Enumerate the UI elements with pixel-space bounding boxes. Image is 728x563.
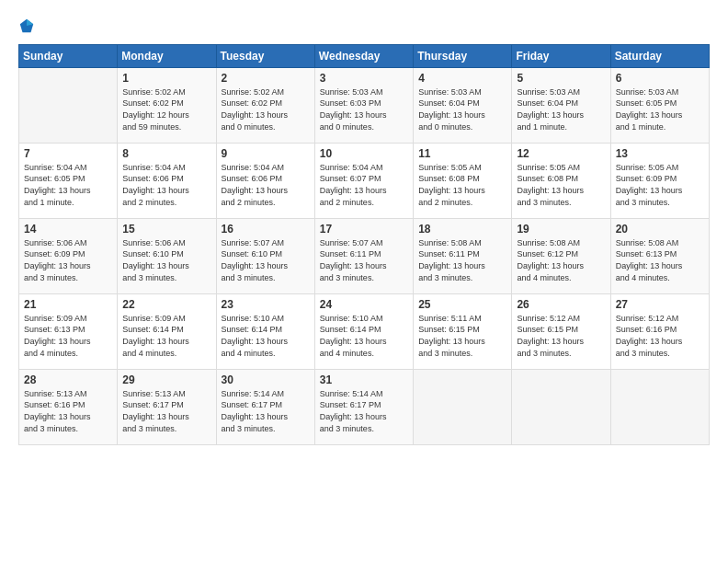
calendar-cell [610,369,709,444]
day-number: 23 [222,298,310,311]
calendar-cell: 18Sunrise: 5:08 AMSunset: 6:11 PMDayligh… [414,218,512,293]
day-info: Sunrise: 5:08 AMSunset: 6:12 PMDaylight:… [517,237,605,283]
day-number: 16 [222,223,310,236]
calendar-cell: 21Sunrise: 5:09 AMSunset: 6:13 PMDayligh… [19,293,118,369]
day-info: Sunrise: 5:06 AMSunset: 6:09 PMDaylight:… [24,237,112,283]
calendar-cell: 30Sunrise: 5:14 AMSunset: 6:17 PMDayligh… [216,369,314,444]
weekday-header: Wednesday [314,44,413,67]
day-number: 5 [517,72,605,85]
calendar-table: SundayMondayTuesdayWednesdayThursdayFrid… [18,44,710,445]
day-number: 4 [418,72,506,85]
calendar-cell: 24Sunrise: 5:10 AMSunset: 6:14 PMDayligh… [314,293,413,369]
day-info: Sunrise: 5:03 AMSunset: 6:04 PMDaylight:… [418,86,506,132]
day-info: Sunrise: 5:06 AMSunset: 6:10 PMDaylight:… [122,237,210,283]
day-number: 19 [517,223,605,236]
day-info: Sunrise: 5:08 AMSunset: 6:11 PMDaylight:… [418,237,506,283]
day-number: 3 [320,72,408,85]
day-info: Sunrise: 5:12 AMSunset: 6:16 PMDaylight:… [616,313,704,359]
calendar-week-row: 28Sunrise: 5:13 AMSunset: 6:16 PMDayligh… [19,369,710,444]
day-info: Sunrise: 5:07 AMSunset: 6:10 PMDaylight:… [222,237,310,283]
day-info: Sunrise: 5:10 AMSunset: 6:14 PMDaylight:… [222,313,310,359]
page: SundayMondayTuesdayWednesdayThursdayFrid… [0,0,728,563]
weekday-header: Monday [118,44,216,67]
day-number: 17 [320,223,408,236]
calendar-cell: 25Sunrise: 5:11 AMSunset: 6:15 PMDayligh… [414,293,512,369]
calendar-cell: 7Sunrise: 5:04 AMSunset: 6:05 PMDaylight… [19,143,118,218]
calendar-cell: 2Sunrise: 5:02 AMSunset: 6:02 PMDaylight… [216,67,314,143]
calendar-cell: 31Sunrise: 5:14 AMSunset: 6:17 PMDayligh… [314,369,413,444]
day-number: 18 [418,223,506,236]
calendar-cell: 8Sunrise: 5:04 AMSunset: 6:06 PMDaylight… [118,143,216,218]
calendar-cell: 27Sunrise: 5:12 AMSunset: 6:16 PMDayligh… [610,293,709,369]
calendar-cell: 5Sunrise: 5:03 AMSunset: 6:04 PMDaylight… [512,67,610,143]
logo [18,17,37,35]
calendar-cell: 26Sunrise: 5:12 AMSunset: 6:15 PMDayligh… [512,293,610,369]
calendar-cell: 29Sunrise: 5:13 AMSunset: 6:17 PMDayligh… [118,369,216,444]
calendar-cell [19,67,118,143]
day-number: 14 [24,223,112,236]
day-number: 8 [122,147,210,160]
calendar-cell: 23Sunrise: 5:10 AMSunset: 6:14 PMDayligh… [216,293,314,369]
weekday-header: Thursday [414,44,512,67]
day-info: Sunrise: 5:04 AMSunset: 6:05 PMDaylight:… [24,162,112,208]
header [18,17,710,35]
calendar-week-row: 7Sunrise: 5:04 AMSunset: 6:05 PMDaylight… [19,143,710,218]
day-number: 24 [320,298,408,311]
calendar-cell: 9Sunrise: 5:04 AMSunset: 6:06 PMDaylight… [216,143,314,218]
day-number: 13 [616,147,704,160]
calendar-week-row: 21Sunrise: 5:09 AMSunset: 6:13 PMDayligh… [19,293,710,369]
day-info: Sunrise: 5:05 AMSunset: 6:08 PMDaylight:… [517,162,605,208]
day-info: Sunrise: 5:10 AMSunset: 6:14 PMDaylight:… [320,313,408,359]
day-info: Sunrise: 5:03 AMSunset: 6:05 PMDaylight:… [616,86,704,132]
day-number: 31 [320,373,408,386]
day-number: 6 [616,72,704,85]
day-info: Sunrise: 5:11 AMSunset: 6:15 PMDaylight:… [418,313,506,359]
day-number: 25 [418,298,506,311]
weekday-header: Friday [512,44,610,67]
calendar-cell: 12Sunrise: 5:05 AMSunset: 6:08 PMDayligh… [512,143,610,218]
day-number: 28 [24,373,112,386]
day-number: 22 [122,298,210,311]
calendar-cell: 6Sunrise: 5:03 AMSunset: 6:05 PMDaylight… [610,67,709,143]
calendar-cell: 15Sunrise: 5:06 AMSunset: 6:10 PMDayligh… [118,218,216,293]
day-info: Sunrise: 5:04 AMSunset: 6:06 PMDaylight:… [222,162,310,208]
day-info: Sunrise: 5:03 AMSunset: 6:03 PMDaylight:… [320,86,408,132]
day-number: 11 [418,147,506,160]
logo-icon [18,17,35,34]
weekday-header: Sunday [19,44,118,67]
day-info: Sunrise: 5:14 AMSunset: 6:17 PMDaylight:… [222,388,310,434]
day-info: Sunrise: 5:05 AMSunset: 6:09 PMDaylight:… [616,162,704,208]
calendar-cell: 28Sunrise: 5:13 AMSunset: 6:16 PMDayligh… [19,369,118,444]
calendar-cell: 10Sunrise: 5:04 AMSunset: 6:07 PMDayligh… [314,143,413,218]
calendar-week-row: 14Sunrise: 5:06 AMSunset: 6:09 PMDayligh… [19,218,710,293]
calendar-cell [512,369,610,444]
day-number: 26 [517,298,605,311]
day-info: Sunrise: 5:09 AMSunset: 6:14 PMDaylight:… [122,313,210,359]
day-info: Sunrise: 5:14 AMSunset: 6:17 PMDaylight:… [320,388,408,434]
calendar-cell: 3Sunrise: 5:03 AMSunset: 6:03 PMDaylight… [314,67,413,143]
day-info: Sunrise: 5:04 AMSunset: 6:06 PMDaylight:… [122,162,210,208]
day-number: 7 [24,147,112,160]
day-number: 29 [122,373,210,386]
day-number: 27 [616,298,704,311]
day-number: 10 [320,147,408,160]
day-number: 30 [222,373,310,386]
day-number: 15 [122,223,210,236]
calendar-cell: 4Sunrise: 5:03 AMSunset: 6:04 PMDaylight… [414,67,512,143]
day-info: Sunrise: 5:09 AMSunset: 6:13 PMDaylight:… [24,313,112,359]
day-number: 21 [24,298,112,311]
day-info: Sunrise: 5:02 AMSunset: 6:02 PMDaylight:… [122,86,210,132]
calendar-cell: 14Sunrise: 5:06 AMSunset: 6:09 PMDayligh… [19,218,118,293]
calendar-week-row: 1Sunrise: 5:02 AMSunset: 6:02 PMDaylight… [19,67,710,143]
day-info: Sunrise: 5:05 AMSunset: 6:08 PMDaylight:… [418,162,506,208]
day-info: Sunrise: 5:13 AMSunset: 6:17 PMDaylight:… [122,388,210,434]
day-number: 1 [122,72,210,85]
day-number: 20 [616,223,704,236]
calendar-cell: 19Sunrise: 5:08 AMSunset: 6:12 PMDayligh… [512,218,610,293]
calendar-cell: 11Sunrise: 5:05 AMSunset: 6:08 PMDayligh… [414,143,512,218]
day-info: Sunrise: 5:02 AMSunset: 6:02 PMDaylight:… [222,86,310,132]
calendar-cell: 22Sunrise: 5:09 AMSunset: 6:14 PMDayligh… [118,293,216,369]
weekday-header: Saturday [610,44,709,67]
calendar-cell: 16Sunrise: 5:07 AMSunset: 6:10 PMDayligh… [216,218,314,293]
calendar-cell: 17Sunrise: 5:07 AMSunset: 6:11 PMDayligh… [314,218,413,293]
